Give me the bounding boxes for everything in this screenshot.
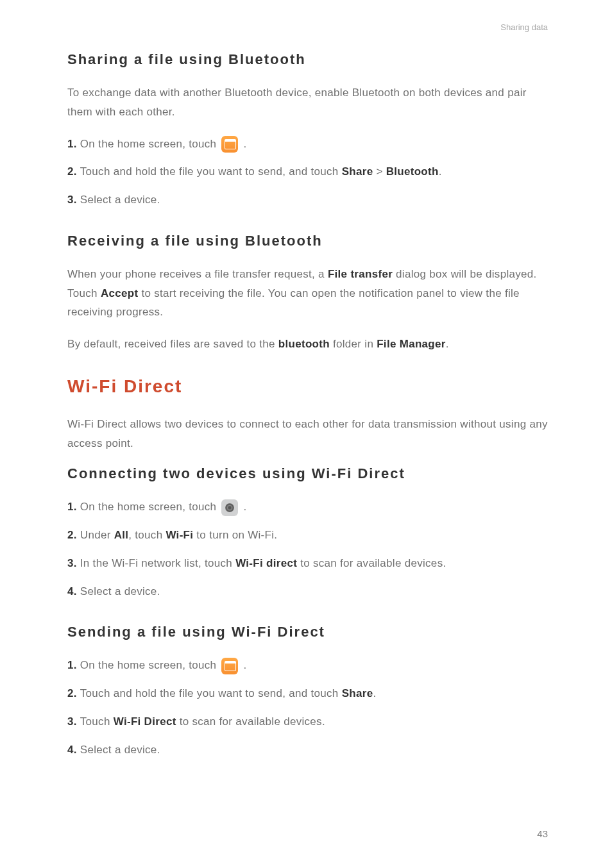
step-c1: 1. On the home screen, touch . bbox=[67, 497, 548, 517]
step-d2: 2. Touch and hold the file you want to s… bbox=[67, 684, 548, 703]
text: , touch bbox=[128, 529, 166, 541]
para-receiving-2: By default, received files are saved to … bbox=[67, 335, 548, 354]
page-header: Sharing data bbox=[67, 22, 548, 32]
step-number: 1. bbox=[67, 138, 80, 150]
bluetooth-label: Bluetooth bbox=[386, 165, 439, 178]
step-d4: 4. Select a device. bbox=[67, 740, 548, 760]
step-number: 4. bbox=[67, 744, 80, 756]
step-text-end: . bbox=[240, 138, 246, 150]
step-text-end: . bbox=[240, 501, 246, 513]
heading-sending-wifi: Sending a file using Wi-Fi Direct bbox=[67, 624, 548, 640]
text: . bbox=[446, 338, 449, 350]
step-number: 3. bbox=[67, 194, 80, 206]
wifi-direct-label: Wi-Fi direct bbox=[235, 557, 297, 569]
heading-connecting-wifi: Connecting two devices using Wi-Fi Direc… bbox=[67, 465, 548, 482]
para-receiving-1: When your phone receives a file transfer… bbox=[67, 265, 548, 322]
step-a3: 3. Select a device. bbox=[67, 190, 548, 210]
step-text: Select a device. bbox=[80, 194, 160, 206]
intro-sharing-bluetooth: To exchange data with another Bluetooth … bbox=[67, 83, 548, 122]
file-manager-label: File Manager bbox=[377, 338, 446, 350]
heading-receiving-bluetooth: Receiving a file using Bluetooth bbox=[67, 233, 548, 249]
text: Touch and hold the file you want to send… bbox=[80, 687, 342, 699]
step-text-end: . bbox=[439, 165, 442, 178]
share-label: Share bbox=[342, 165, 373, 178]
step-text: Select a device. bbox=[80, 744, 160, 756]
files-app-icon bbox=[221, 136, 238, 153]
text: Touch bbox=[80, 715, 114, 728]
step-text: Select a device. bbox=[80, 585, 160, 597]
heading-wifi-direct: Wi-Fi Direct bbox=[67, 376, 548, 397]
step-number: 2. bbox=[67, 529, 80, 541]
step-d3: 3. Touch Wi-Fi Direct to scan for availa… bbox=[67, 712, 548, 731]
page-number: 43 bbox=[537, 828, 548, 839]
step-a1: 1. On the home screen, touch . bbox=[67, 135, 548, 154]
step-number: 3. bbox=[67, 715, 80, 728]
text: Under bbox=[80, 529, 114, 541]
step-c3: 3. In the Wi-Fi network list, touch Wi-F… bbox=[67, 554, 548, 573]
files-app-icon bbox=[221, 658, 238, 674]
text: to scan for available devices. bbox=[176, 715, 325, 728]
text: to turn on Wi-Fi. bbox=[193, 529, 277, 541]
step-number: 2. bbox=[67, 687, 80, 699]
all-label: All bbox=[114, 529, 129, 541]
heading-sharing-bluetooth: Sharing a file using Bluetooth bbox=[67, 51, 548, 68]
step-number: 4. bbox=[67, 585, 80, 597]
text: When your phone receives a file transfer… bbox=[67, 268, 328, 280]
intro-wifi-direct: Wi-Fi Direct allows two devices to conne… bbox=[67, 415, 548, 453]
accept-label: Accept bbox=[101, 287, 139, 299]
text: By default, received files are saved to … bbox=[67, 338, 278, 350]
text: In the Wi-Fi network list, touch bbox=[80, 557, 235, 569]
step-number: 3. bbox=[67, 557, 80, 569]
step-text: On the home screen, touch bbox=[80, 659, 220, 671]
step-text: On the home screen, touch bbox=[80, 501, 220, 513]
text: to scan for available devices. bbox=[297, 557, 446, 569]
separator: > bbox=[373, 165, 386, 178]
step-d1: 1. On the home screen, touch . bbox=[67, 656, 548, 675]
step-text: On the home screen, touch bbox=[80, 138, 220, 150]
step-number: 1. bbox=[67, 501, 80, 513]
wifi-direct-label: Wi-Fi Direct bbox=[114, 715, 176, 728]
share-label: Share bbox=[342, 687, 373, 699]
text: folder in bbox=[330, 338, 377, 350]
bluetooth-folder-label: bluetooth bbox=[278, 338, 330, 350]
text: . bbox=[373, 687, 376, 699]
step-c2: 2. Under All, touch Wi-Fi to turn on Wi-… bbox=[67, 526, 548, 545]
step-c4: 4. Select a device. bbox=[67, 582, 548, 601]
step-number: 2. bbox=[67, 165, 80, 178]
settings-app-icon bbox=[221, 499, 238, 516]
step-text-end: . bbox=[240, 659, 246, 671]
step-a2: 2. Touch and hold the file you want to s… bbox=[67, 162, 548, 181]
wifi-label: Wi-Fi bbox=[166, 529, 193, 541]
step-number: 1. bbox=[67, 659, 80, 671]
step-text: Touch and hold the file you want to send… bbox=[80, 165, 342, 178]
file-transfer-label: File transfer bbox=[328, 268, 393, 280]
